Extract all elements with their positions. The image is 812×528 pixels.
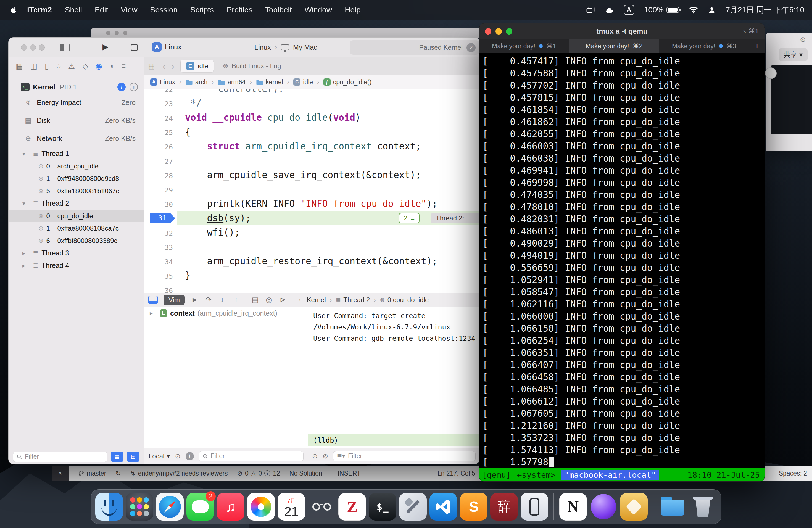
dock-trash[interactable] <box>689 493 717 520</box>
stack-frame-row[interactable]: ⊛10xffae80008108ca7c <box>9 222 144 234</box>
stack-frame-row[interactable]: ⊛0arch_cpu_idle <box>9 160 144 172</box>
variable-row[interactable]: ▸ L context (arm_cpuidle_irq_context) <box>144 307 308 320</box>
stop-button[interactable] <box>131 44 138 51</box>
dock-glasses-app[interactable] <box>308 493 336 520</box>
navigator-tab-project-icon[interactable]: ▦ <box>16 62 23 71</box>
info-icon[interactable]: i <box>117 83 126 91</box>
continue-icon[interactable]: ► <box>190 295 199 304</box>
thread-row[interactable]: ▾≣Thread 2 <box>9 197 144 210</box>
dock-sublime-text[interactable]: S <box>460 493 488 520</box>
stack-frame-row[interactable]: ⊛10xff948000800d9cd8 <box>9 172 144 185</box>
jump-bar-item[interactable]: fcpu_do_idle() <box>323 78 372 86</box>
menu-help[interactable]: Help <box>338 5 367 14</box>
menu-edit[interactable]: Edit <box>88 5 114 14</box>
console-eye-icon[interactable]: ⊙ <box>312 452 318 460</box>
debug-breadcrumb-item[interactable]: ›_Kernel <box>299 296 326 304</box>
issue-count-badge[interactable]: 2 <box>466 43 476 52</box>
scope-selector[interactable]: Local▾ <box>149 452 170 460</box>
minimize-button[interactable] <box>30 44 36 50</box>
step-out-icon[interactable]: ↑ <box>232 295 241 304</box>
dock-finder[interactable] <box>95 493 123 520</box>
dock-purple-app[interactable] <box>590 493 617 520</box>
process-row[interactable]: ›_ Kernel PID 1 i ‖ <box>9 80 144 93</box>
window-manager-icon[interactable] <box>586 6 595 14</box>
gauge-network[interactable]: ⊕NetworkZero KB/s <box>9 130 144 147</box>
filter-flag-button[interactable]: ≣ <box>111 452 124 462</box>
view-icon[interactable]: ◎ <box>265 295 273 304</box>
thread-row[interactable]: ▸≣Thread 3 <box>9 247 144 259</box>
thread-row[interactable]: ▾≣Thread 1 <box>9 147 144 160</box>
disclosure-icon[interactable]: ▸ <box>150 310 157 317</box>
terminal-titlebar[interactable]: tmux a -t qemu ⌥⌘1 <box>479 24 765 39</box>
dock-safari[interactable] <box>156 493 184 520</box>
vim-button[interactable]: Vim <box>163 295 185 305</box>
debug-console[interactable]: User Command: target create/Volumes/Work… <box>308 307 479 448</box>
run-button[interactable]: ▶ <box>102 42 108 52</box>
menu-shell[interactable]: Shell <box>59 5 88 14</box>
dock-photos[interactable] <box>247 493 275 520</box>
stack-frame-row[interactable]: ⊛50xffa1800081b1067c <box>9 185 144 197</box>
menu-scripts[interactable]: Scripts <box>184 5 220 14</box>
disclosure-icon[interactable]: ▸ <box>23 250 30 256</box>
dock-dictionary-app[interactable]: 辞 <box>490 493 518 520</box>
wifi-icon[interactable] <box>689 6 698 14</box>
close-button[interactable] <box>21 44 27 50</box>
battery-indicator[interactable]: 100% <box>644 5 679 14</box>
terminal-tab[interactable]: Make your day!⌘3 <box>659 39 749 53</box>
dock-music[interactable]: ♫ <box>217 493 244 520</box>
cursor-position[interactable]: Ln 217, Col 5 <box>437 470 475 477</box>
debug-breadcrumb-item[interactable]: ⊛0 cpu_do_idle <box>380 296 429 304</box>
quicklook-icon[interactable]: ⊙ <box>175 452 180 460</box>
menu-profiles[interactable]: Profiles <box>220 5 259 14</box>
git-branch-indicator[interactable]: master <box>78 470 106 477</box>
diagnostics-indicator[interactable]: ⊘0 △0 i12 <box>237 470 280 477</box>
variables-filter-input[interactable]: Filter <box>199 451 304 461</box>
jump-bar-item[interactable]: arch <box>186 78 208 86</box>
editor-grid-icon[interactable]: ▦ <box>148 62 155 70</box>
navigator-tab-find-icon[interactable]: ◌ <box>56 62 61 70</box>
thread-row[interactable]: ▸≣Thread 4 <box>9 259 144 272</box>
new-tab-button[interactable]: + <box>749 39 765 53</box>
hide-debug-area-icon[interactable] <box>148 296 158 304</box>
memory-icon[interactable]: ▤ <box>251 295 260 304</box>
share-button[interactable]: 共享▾ <box>779 48 808 61</box>
clock[interactable]: 7月21日 周一 下午6:10 <box>726 5 804 15</box>
xcode-titlebar[interactable]: ▶ A Linux Linux › My Mac Paused Kernel 2 <box>9 38 479 57</box>
console-target-icon[interactable]: ⊚ <box>323 452 328 460</box>
dock-iterm[interactable]: $_ <box>369 493 396 520</box>
source-editor[interactable]: 22 controller).23 */24void __cpuidle cpu… <box>144 89 479 293</box>
breakpoint-hit-badge[interactable]: 2≡ <box>399 213 420 223</box>
app-menu-title[interactable]: iTerm2 <box>20 5 59 14</box>
dock-calendar[interactable]: 7月21 <box>278 493 305 520</box>
scheme-selector[interactable]: A Linux <box>152 42 182 52</box>
breakpoint-badge[interactable]: 31 <box>150 213 175 223</box>
jump-bar-item[interactable]: arm64 <box>218 78 246 86</box>
menu-window[interactable]: Window <box>298 5 338 14</box>
dock-notion[interactable]: N <box>559 493 587 520</box>
dock-zotero[interactable]: Z <box>338 493 366 520</box>
dock-gold-app[interactable] <box>620 493 648 520</box>
dock-messages[interactable]: 2 <box>186 493 214 520</box>
menu-view[interactable]: View <box>114 5 144 14</box>
info-icon[interactable]: i <box>186 452 194 460</box>
terminal-screen[interactable]: [ 0.457417] INFO from cpu_do_idle[ 0.457… <box>479 54 765 468</box>
disclosure-icon[interactable]: ▾ <box>23 200 30 207</box>
disclosure-icon[interactable]: ▾ <box>23 150 30 157</box>
debug-breadcrumb-item[interactable]: ≣Thread 2 <box>336 296 370 304</box>
apple-menu[interactable] <box>8 6 20 14</box>
navigator-tab-debug-icon[interactable]: ◉ <box>96 62 102 71</box>
back-icon[interactable]: ‹ <box>160 61 169 72</box>
dock-iphone-mirroring[interactable] <box>521 493 548 520</box>
editor-tab-build-linux-log[interactable]: ⊛Build Linux - Log <box>217 60 287 72</box>
navigator-filter-input[interactable]: Filter <box>13 452 107 462</box>
menu-session[interactable]: Session <box>144 5 184 14</box>
dock-launchpad[interactable] <box>126 493 153 520</box>
user-switch-icon[interactable] <box>708 6 715 14</box>
jump-bar[interactable]: ALinux›arch›arm64›kernel›Cidle›fcpu_do_i… <box>144 75 479 89</box>
pause-icon[interactable]: ‖ <box>130 83 138 91</box>
stack-frame-row[interactable]: ⊛0cpu_do_idle <box>9 210 144 222</box>
toggle-sidebar-icon[interactable] <box>60 44 70 52</box>
menu-toolbelt[interactable]: Toolbelt <box>259 5 298 14</box>
dock-vscode[interactable] <box>430 493 457 520</box>
navigator-tab-reports-icon[interactable]: ≡ <box>121 62 126 70</box>
